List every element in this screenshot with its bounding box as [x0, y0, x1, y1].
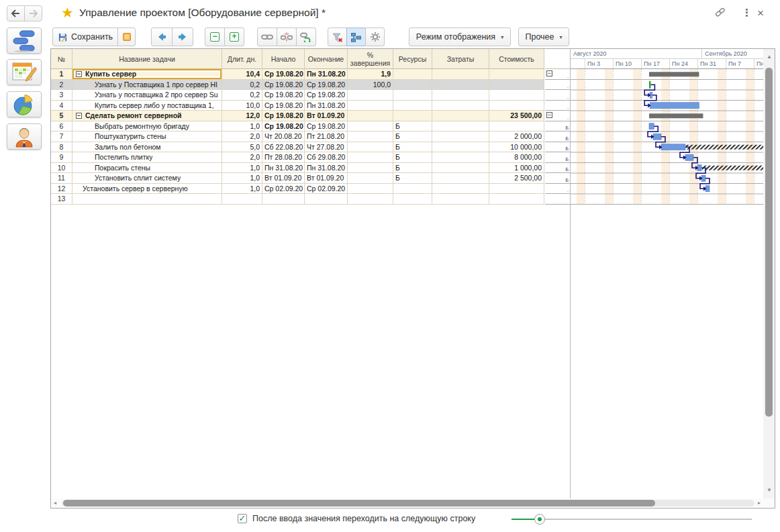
cell-num[interactable]: 3: [51, 90, 72, 101]
cell-num[interactable]: 1: [51, 69, 72, 80]
cell-num[interactable]: 6: [51, 121, 72, 132]
cell-duration[interactable]: 10,0: [222, 101, 262, 111]
cell-resources[interactable]: Б: [393, 121, 432, 132]
cell-duration[interactable]: 2,0: [222, 152, 262, 163]
cell-name[interactable]: Выбрать ремонтную бригаду: [72, 121, 222, 132]
cell-duration[interactable]: 10,4: [222, 69, 262, 80]
cell-num[interactable]: 13: [51, 194, 72, 205]
cell-name[interactable]: Поштукатурить стены: [72, 131, 222, 142]
zoom-slider-handle[interactable]: [534, 514, 545, 525]
cell-duration[interactable]: 1,0: [222, 163, 262, 174]
cell-finish[interactable]: Ср 19.08.20: [305, 80, 348, 91]
cell-finish[interactable]: Пн 31.08.20: [305, 69, 348, 80]
column-header-pct[interactable]: % завершения: [348, 49, 393, 69]
cell-duration[interactable]: 1,0: [222, 173, 262, 184]
column-header-start[interactable]: Начало: [262, 49, 305, 69]
cell-expenses[interactable]: [432, 80, 489, 91]
cell-finish[interactable]: Вт 01.09.20: [305, 173, 348, 184]
cell-finish[interactable]: Пн 31.08.20: [305, 101, 348, 111]
cell-cost[interactable]: 23 500,00: [489, 111, 544, 121]
cell-pct[interactable]: [348, 173, 393, 184]
completed-bar[interactable]: [649, 81, 650, 89]
cell-expenses[interactable]: [432, 142, 489, 153]
horizontal-scrollbar[interactable]: ◂ ▸: [51, 498, 775, 508]
cell-start[interactable]: Ср 19.08.20: [262, 90, 305, 101]
cell-cost[interactable]: 2 000,00: [489, 131, 544, 142]
cell-finish[interactable]: Вт 01.09.20: [305, 111, 348, 121]
cell-start[interactable]: Ср 19.08.20: [262, 101, 305, 111]
close-icon[interactable]: ×: [757, 7, 764, 20]
cell-num[interactable]: 9: [51, 152, 72, 163]
cell-cost[interactable]: [489, 121, 544, 132]
vertical-scrollbar-thumb[interactable]: [765, 68, 773, 417]
more-menu-icon[interactable]: ⋮: [742, 7, 752, 19]
cell-start[interactable]: Чт 20.08.20: [262, 131, 305, 142]
cell-finish[interactable]: Ср 19.08.20: [305, 121, 348, 132]
cell-start[interactable]: Пн 31.08.20: [262, 163, 305, 174]
refresh-links-button[interactable]: [296, 28, 316, 46]
cell-cost[interactable]: 8 000,00: [489, 152, 544, 163]
scroll-right-icon[interactable]: ▸: [758, 500, 761, 506]
cell-start[interactable]: Сб 22.08.20: [262, 142, 305, 153]
cell-start[interactable]: Ср 19.08.20: [262, 80, 305, 91]
cell-duration[interactable]: 2,0: [222, 131, 262, 142]
cell-name[interactable]: Узнать у Поставщика 1 про сервер HI: [72, 80, 222, 91]
cell-name[interactable]: Залить пол бетоном: [72, 142, 222, 153]
cell-expenses[interactable]: [432, 173, 489, 184]
column-header-num[interactable]: №: [51, 49, 72, 69]
structure-view-button[interactable]: [346, 28, 366, 46]
cell-name[interactable]: Узнать у поставщика 2 про сервер Su: [72, 90, 222, 101]
cell-num[interactable]: 7: [51, 131, 72, 142]
cell-duration[interactable]: [222, 194, 262, 205]
cell-name[interactable]: −Купить сервер: [72, 69, 222, 80]
cell-finish[interactable]: [305, 194, 348, 205]
cell-name[interactable]: Установить сервер в серверную: [72, 184, 222, 195]
scroll-left-icon[interactable]: ◂: [54, 500, 56, 506]
cell-cost[interactable]: [489, 101, 544, 111]
cell-expenses[interactable]: [432, 90, 489, 101]
cell-pct[interactable]: [348, 152, 393, 163]
cell-expenses[interactable]: [432, 194, 489, 205]
cell-finish[interactable]: Ср 02.09.20: [305, 184, 348, 195]
cell-duration[interactable]: 0,2: [222, 80, 262, 91]
cell-resources[interactable]: Б: [393, 163, 432, 174]
cell-pct[interactable]: [348, 111, 393, 121]
cell-expenses[interactable]: [432, 121, 489, 132]
cell-resources[interactable]: Б: [393, 142, 432, 153]
get-link-icon[interactable]: [714, 7, 726, 19]
cell-cost[interactable]: [489, 184, 544, 195]
cell-name[interactable]: [72, 194, 222, 205]
more-actions-button[interactable]: Прочее ▾: [518, 28, 569, 46]
cell-start[interactable]: [262, 194, 305, 205]
cell-resources[interactable]: [393, 184, 432, 195]
cell-duration[interactable]: 1,0: [222, 184, 262, 195]
cell-cost[interactable]: 1 000,00: [489, 163, 544, 174]
cell-expenses[interactable]: [432, 111, 489, 121]
cell-expenses[interactable]: [432, 152, 489, 163]
cell-finish[interactable]: Сб 29.08.20: [305, 152, 348, 163]
cell-resources[interactable]: [393, 111, 432, 121]
task-bar[interactable]: [650, 103, 699, 109]
cell-num[interactable]: 12: [51, 184, 72, 195]
cell-name[interactable]: Установить сплит систему: [72, 173, 222, 184]
column-header-finish[interactable]: Окончание: [305, 49, 348, 69]
cell-expenses[interactable]: [432, 131, 489, 142]
cell-start[interactable]: Ср 19.08.20: [262, 111, 305, 121]
cell-finish[interactable]: Ср 19.08.20: [305, 90, 348, 101]
cell-pct[interactable]: [348, 194, 393, 205]
cell-pct[interactable]: [348, 142, 393, 153]
sidebar-resources-button[interactable]: [7, 123, 42, 150]
save-button[interactable]: Сохранить: [52, 28, 118, 46]
sidebar-report-button[interactable]: [7, 91, 42, 117]
cell-start[interactable]: Пт 28.08.20: [262, 152, 305, 163]
task-bar[interactable]: [661, 144, 685, 150]
sidebar-calendar-plan-button[interactable]: [7, 59, 42, 85]
favorite-star-icon[interactable]: ★: [61, 5, 74, 21]
cell-finish[interactable]: Чт 27.08.20: [305, 142, 348, 153]
cell-finish[interactable]: Пн 31.08.20: [305, 163, 348, 174]
clear-filter-button[interactable]: [328, 28, 347, 46]
gantt-expander-icon[interactable]: −: [546, 112, 552, 118]
cell-expenses[interactable]: [432, 163, 489, 174]
column-header-expenses[interactable]: Затраты: [432, 49, 489, 69]
settings-button[interactable]: [365, 28, 385, 46]
